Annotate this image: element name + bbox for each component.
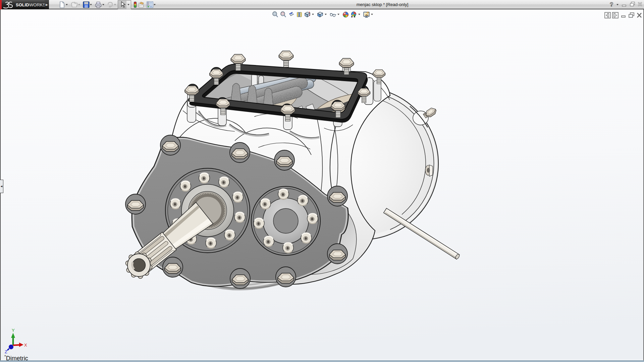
svg-text:X: X bbox=[24, 343, 27, 348]
svg-text:?: ? bbox=[610, 1, 613, 8]
svg-text:SOLID: SOLID bbox=[16, 2, 29, 7]
svg-text:Z: Z bbox=[5, 349, 7, 354]
svg-text:WORKS: WORKS bbox=[29, 2, 45, 7]
svg-text:Y: Y bbox=[12, 328, 15, 333]
